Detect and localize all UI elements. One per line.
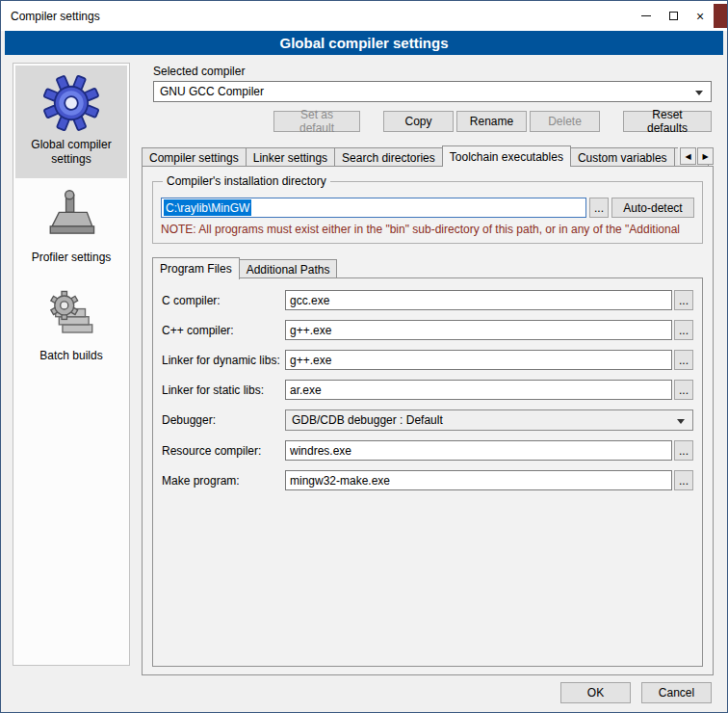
static-linker-browse-button[interactable]: ...	[674, 380, 693, 400]
resource-compiler-input[interactable]	[285, 440, 672, 461]
c-compiler-label: C compiler:	[162, 294, 285, 307]
selected-compiler-label: Selected compiler	[153, 65, 245, 78]
ok-button[interactable]: OK	[560, 682, 631, 703]
bin-subdirectory-note: NOTE: All programs must exist either in …	[161, 223, 694, 236]
sidebar-item-profiler-settings[interactable]: Profiler settings	[15, 178, 127, 277]
subtab-additional-paths[interactable]: Additional Paths	[239, 259, 338, 278]
cpp-compiler-row: C++ compiler: ...	[162, 320, 693, 340]
toolchain-executables-panel: Compiler's installation directory C:\ray…	[142, 166, 714, 675]
install-dir-browse-button[interactable]: ...	[589, 198, 609, 218]
installation-directory-group-title: Compiler's installation directory	[163, 174, 330, 188]
dynamic-linker-input[interactable]	[285, 350, 672, 370]
tab-scroll-buttons: ◀ ▶	[678, 147, 714, 165]
minimize-button[interactable]	[633, 1, 660, 31]
resource-compiler-row: Resource compiler: ...	[162, 440, 693, 461]
cancel-button[interactable]: Cancel	[641, 682, 712, 703]
debugger-row: Debugger: GDB/CDB debugger : Default	[162, 409, 693, 431]
gray-gear-stack-icon	[43, 286, 99, 342]
tab-search-directories[interactable]: Search directories	[334, 147, 443, 167]
resource-compiler-browse-button[interactable]: ...	[674, 440, 693, 461]
dynamic-linker-browse-button[interactable]: ...	[674, 350, 693, 370]
compiler-settings-dialog: Compiler settings × Global compiler sett…	[0, 0, 728, 713]
close-button[interactable]: ×	[687, 1, 714, 31]
chevron-down-icon	[677, 419, 685, 424]
blue-gear-icon	[43, 75, 99, 131]
static-linker-input[interactable]	[285, 380, 672, 400]
maximize-button[interactable]	[660, 1, 687, 31]
rename-button[interactable]: Rename	[456, 111, 527, 132]
window-title: Compiler settings	[11, 10, 100, 23]
dialog-footer: OK Cancel	[560, 682, 712, 703]
reset-defaults-button[interactable]: Reset defaults	[623, 111, 712, 132]
tab-scroll-left-button[interactable]: ◀	[680, 147, 696, 165]
tab-custom-variables[interactable]: Custom variables	[570, 147, 675, 167]
make-program-label: Make program:	[162, 474, 285, 488]
sidebar-label-global-compiler-settings: Global compiler settings	[18, 138, 124, 167]
c-compiler-input[interactable]	[285, 290, 672, 310]
minimize-icon	[641, 15, 651, 16]
c-compiler-row: C compiler: ...	[162, 290, 693, 310]
auto-detect-button[interactable]: Auto-detect	[611, 198, 694, 218]
copy-button[interactable]: Copy	[383, 111, 454, 132]
page-title: Global compiler settings	[5, 31, 723, 55]
tab-compiler-settings[interactable]: Compiler settings	[142, 147, 247, 167]
make-program-row: Make program: ...	[162, 470, 693, 490]
dynamic-linker-row: Linker for dynamic libs: ...	[162, 350, 693, 370]
red-corner-block	[714, 4, 727, 28]
tab-scroll-right-button[interactable]: ▶	[697, 147, 714, 165]
selected-compiler-value: GNU GCC Compiler	[160, 85, 264, 98]
program-files-tabstrip: Program Files Additional Paths	[152, 258, 703, 278]
install-dir-selected-text: C:\raylib\MinGW	[164, 199, 251, 216]
installation-directory-group: Compiler's installation directory C:\ray…	[152, 181, 703, 244]
static-linker-row: Linker for static libs: ...	[162, 380, 693, 400]
main-content: Selected compiler GNU GCC Compiler Set a…	[142, 61, 714, 712]
subtab-program-files[interactable]: Program Files	[152, 257, 240, 279]
caption-buttons: ×	[633, 1, 727, 31]
sidebar-label-profiler-settings: Profiler settings	[32, 251, 112, 265]
debugger-select[interactable]: GDB/CDB debugger : Default	[285, 409, 693, 431]
resource-compiler-label: Resource compiler:	[162, 444, 285, 458]
install-dir-input[interactable]: C:\raylib\MinGW	[161, 198, 586, 218]
close-icon: ×	[696, 10, 704, 23]
settings-tabstrip: Compiler settings Linker settings Search…	[142, 145, 714, 167]
compiler-actions: Set as default Copy Rename Delete Reset …	[142, 111, 712, 132]
titlebar[interactable]: Compiler settings ×	[1, 1, 727, 31]
tab-linker-settings[interactable]: Linker settings	[246, 147, 335, 167]
sidebar-item-batch-builds[interactable]: Batch builds	[15, 277, 127, 375]
debugger-select-value: GDB/CDB debugger : Default	[292, 413, 443, 427]
tab-toolchain-executables[interactable]: Toolchain executables	[442, 145, 571, 167]
set-as-default-button: Set as default	[273, 111, 360, 132]
cpp-compiler-browse-button[interactable]: ...	[674, 320, 693, 340]
cpp-compiler-label: C++ compiler:	[162, 324, 285, 337]
delete-button: Delete	[530, 111, 600, 132]
dynamic-linker-label: Linker for dynamic libs:	[162, 354, 285, 367]
chevron-down-icon	[695, 91, 703, 95]
profiler-tool-icon	[43, 188, 99, 244]
cpp-compiler-input[interactable]	[285, 320, 672, 340]
make-program-input[interactable]	[285, 470, 672, 490]
sidebar-item-global-compiler-settings[interactable]: Global compiler settings	[15, 66, 127, 178]
program-files-panel: C compiler: ... C++ compiler: ... Linker…	[152, 277, 703, 667]
sidebar: Global compiler settings Profiler settin…	[13, 63, 130, 666]
maximize-icon	[669, 12, 678, 20]
debugger-label: Debugger:	[162, 413, 285, 427]
static-linker-label: Linker for static libs:	[162, 383, 285, 397]
selected-compiler-dropdown[interactable]: GNU GCC Compiler	[153, 81, 712, 102]
sidebar-label-batch-builds: Batch builds	[39, 349, 102, 363]
installation-directory-row: C:\raylib\MinGW ... Auto-detect	[161, 198, 694, 218]
c-compiler-browse-button[interactable]: ...	[674, 290, 693, 310]
make-program-browse-button[interactable]: ...	[674, 470, 693, 490]
